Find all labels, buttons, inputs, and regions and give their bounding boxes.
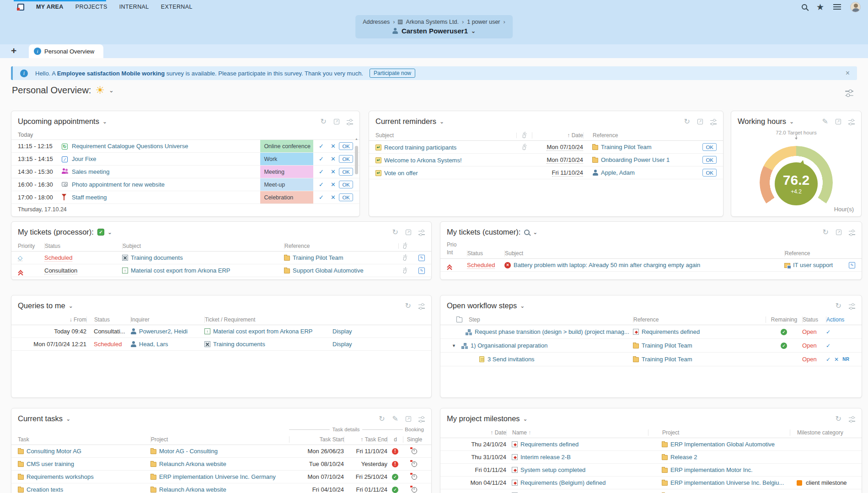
chevron-down-icon[interactable]: ⌄	[66, 416, 70, 422]
reference-link[interactable]: Training Pilot Team	[284, 254, 343, 261]
sliders-icon[interactable]	[849, 230, 855, 235]
column-header-reference[interactable]: Reference	[633, 316, 766, 323]
edit-icon[interactable]: ✎	[418, 255, 425, 261]
ticket-link[interactable]: ↑Material cost export from Arkona ERP	[122, 267, 230, 274]
decline-cross-icon[interactable]: ✕	[327, 168, 339, 175]
ok-button[interactable]: OK	[702, 169, 717, 177]
column-header-status[interactable]: Status	[467, 250, 504, 257]
scrollbar-thumb[interactable]	[355, 146, 358, 174]
reference-link[interactable]: IT user support	[784, 262, 833, 268]
chevron-down-icon[interactable]: ⌄	[520, 303, 525, 309]
milestone-link[interactable]: System setup completed	[512, 466, 585, 473]
column-header-project[interactable]: Project	[648, 429, 790, 436]
appointment-link[interactable]: Jour Fixe	[72, 155, 260, 162]
current-user-name[interactable]: Carsten Poweruser1	[402, 27, 468, 35]
accept-check-icon[interactable]: ✓	[315, 143, 327, 150]
breadcrumb-addresses[interactable]: Addresses	[363, 19, 390, 25]
refresh-icon[interactable]: ↻	[836, 415, 841, 423]
ok-button[interactable]: OK	[339, 155, 353, 163]
task-link[interactable]: Requirements workshops	[18, 473, 94, 480]
project-link[interactable]: ERP Implementation Global Automotive	[662, 441, 775, 448]
refresh-icon[interactable]: ↻	[823, 229, 829, 236]
ok-button[interactable]: OK	[702, 156, 717, 164]
ticket-status[interactable]: Consultation	[44, 267, 77, 274]
external-link-icon[interactable]: ↗	[406, 416, 411, 422]
accept-check-icon[interactable]: ✓	[315, 181, 327, 188]
reminder-link[interactable]: ↵Welcome to Arkona Systems!	[375, 157, 462, 164]
ok-button[interactable]: OK	[339, 181, 353, 188]
chevron-down-icon[interactable]: ⌄	[533, 229, 537, 236]
ticket-status[interactable]: Scheduled	[44, 254, 72, 262]
book-time-clock-icon[interactable]	[412, 461, 417, 467]
accept-check-icon[interactable]: ✓	[315, 168, 327, 175]
reference-link[interactable]: Apple, Adam	[592, 169, 635, 176]
column-header-status[interactable]: Status	[44, 243, 122, 249]
reference-link[interactable]: Onboarding Power User 1	[592, 156, 670, 163]
column-header-reference[interactable]: Reference	[583, 132, 698, 139]
column-header-subject[interactable]: Subject	[375, 132, 516, 139]
ticket-link[interactable]: Training documents	[204, 341, 265, 348]
column-header-single[interactable]: Single	[403, 436, 426, 443]
task-link[interactable]: Consulting Motor AG	[18, 448, 81, 455]
chevron-down-icon[interactable]: ⌄	[102, 118, 107, 125]
nav-my-area[interactable]: MY AREA	[36, 4, 64, 10]
sliders-icon[interactable]	[849, 416, 855, 422]
column-header-task-start[interactable]: Task Start	[289, 436, 344, 443]
chevron-down-icon[interactable]: ⌄	[109, 87, 114, 94]
column-header-reference[interactable]: Reference	[284, 243, 398, 249]
chevron-down-icon[interactable]: ⌄	[471, 28, 476, 34]
nav-external[interactable]: EXTERNAL	[161, 4, 193, 10]
ok-button[interactable]: OK	[702, 143, 717, 151]
decline-cross-icon[interactable]: ✕	[327, 143, 339, 150]
reference-link[interactable]: Requirements defined	[633, 328, 700, 335]
project-link[interactable]: ERP implementation Universe Inc. Germany	[150, 473, 276, 480]
project-link[interactable]: Motor AG - Consulting	[150, 448, 218, 455]
scrollbar[interactable]: ▲	[354, 142, 359, 203]
column-header-name[interactable]: Name ↑	[506, 429, 648, 436]
decline-cross-icon[interactable]: ✕	[327, 194, 339, 201]
reminder-date[interactable]: Mon 07/10/24	[547, 144, 583, 151]
column-header-project[interactable]: Project	[150, 436, 289, 443]
decline-cross-icon[interactable]: ✕	[327, 155, 339, 162]
sliders-icon[interactable]	[418, 230, 425, 235]
column-header-category[interactable]: Milestone category	[790, 429, 855, 436]
column-header-task-end[interactable]: ↑ Task End	[344, 436, 387, 443]
scroll-up-icon[interactable]: ▲	[355, 137, 358, 140]
chevron-down-icon[interactable]: ⌄	[107, 229, 112, 236]
paperclip-icon[interactable]	[403, 243, 407, 249]
paperclip-icon[interactable]	[402, 268, 407, 273]
decline-cross-icon[interactable]: ✕	[327, 181, 339, 188]
edit-icon[interactable]: ✎	[418, 268, 425, 274]
appointment-link[interactable]: Photo appointment for new website	[72, 181, 260, 188]
sliders-icon[interactable]	[848, 119, 855, 124]
ok-button[interactable]: OK	[339, 142, 353, 150]
ticket-status[interactable]: Scheduled	[467, 262, 495, 269]
refresh-icon[interactable]: ↻	[392, 229, 398, 236]
breadcrumb-company[interactable]: Arkona Systems Ltd.	[406, 19, 459, 25]
milestone-link[interactable]: Requirements (Belgium) defined	[512, 479, 605, 486]
column-header-date[interactable]: ↑ Date	[447, 429, 506, 436]
column-header-status[interactable]: Status	[802, 316, 826, 323]
project-link[interactable]: Release 2	[662, 454, 697, 461]
appointment-link[interactable]: Staff meeting	[72, 194, 260, 201]
external-link-icon[interactable]: ↗	[334, 119, 339, 124]
reference-link[interactable]: Training Pilot Team	[633, 342, 692, 349]
ticket-link[interactable]: Training documents	[122, 254, 183, 261]
column-header-task[interactable]: Task	[18, 436, 150, 443]
project-link[interactable]: Relaunch Arkona website	[150, 461, 226, 467]
reminder-link[interactable]: ↵Record training participants	[375, 144, 456, 151]
book-time-clock-icon[interactable]	[412, 449, 417, 454]
paperclip-icon[interactable]	[522, 144, 526, 150]
external-link-icon[interactable]: ↗	[836, 230, 841, 235]
paperclip-icon[interactable]	[522, 132, 526, 138]
column-header-reference[interactable]: Reference	[784, 250, 841, 257]
user-avatar[interactable]	[850, 2, 861, 12]
reminder-date[interactable]: Mon 07/10/24	[547, 156, 583, 164]
ok-button[interactable]: OK	[339, 168, 353, 176]
nav-projects[interactable]: PROJECTS	[75, 4, 107, 10]
chevron-down-icon[interactable]: ⌄	[523, 416, 528, 422]
inquirer-link[interactable]: Head, Lars	[130, 341, 168, 348]
sliders-icon[interactable]	[849, 303, 855, 309]
column-header-actions[interactable]: Actions	[826, 316, 855, 323]
not-relevant-button[interactable]: NR	[842, 357, 849, 362]
